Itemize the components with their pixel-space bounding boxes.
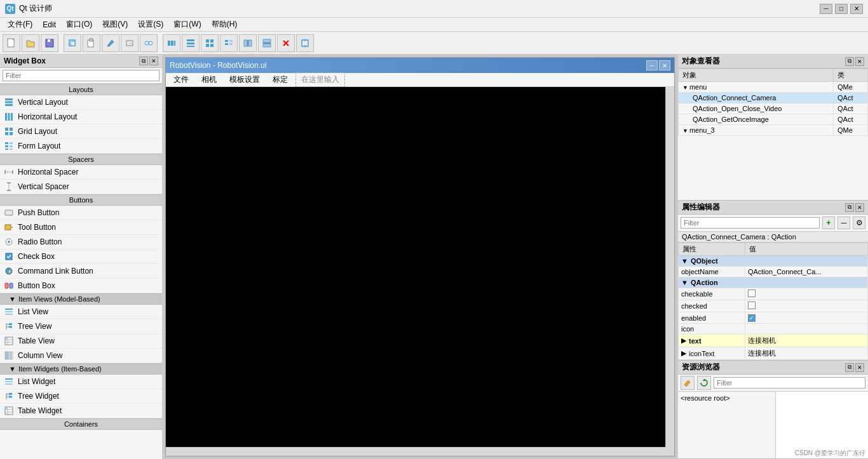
toolbar-new[interactable] <box>3 34 20 52</box>
widget-item-radio-button[interactable]: Radio Button <box>0 235 162 249</box>
resource-refresh-btn[interactable] <box>697 376 711 390</box>
prop-settings-btn[interactable]: ⚙ <box>853 216 865 229</box>
toolbar-save[interactable] <box>41 34 58 52</box>
table-row[interactable]: QAction_Connect_Camera QAct <box>679 93 868 103</box>
widget-item-h-spacer[interactable]: Horizontal Spacer <box>0 165 162 180</box>
menu-window[interactable]: 窗口(O) <box>61 18 97 31</box>
menu-window2[interactable]: 窗口(W) <box>168 18 206 31</box>
maximize-button[interactable]: □ <box>835 4 848 14</box>
table-row[interactable]: ▼menu_3 QMe <box>679 125 868 136</box>
resource-detach[interactable]: ⧉ <box>845 363 854 372</box>
design-vscroll[interactable] <box>665 87 674 447</box>
widget-item-column-view[interactable]: Column View <box>0 349 162 363</box>
button-box-icon <box>4 281 14 291</box>
toolbar-layout-grid[interactable] <box>201 34 219 52</box>
design-hscroll[interactable] <box>166 447 665 456</box>
menu-help[interactable]: 帮助(H) <box>207 18 243 31</box>
prop-value[interactable] <box>745 300 867 312</box>
design-menu-file[interactable]: 文件 <box>168 73 194 86</box>
widget-item-tree-widget[interactable]: Tree Widget <box>0 389 162 404</box>
table-row[interactable]: ▶text 连接相机 <box>679 335 868 347</box>
checkbox-checkable[interactable] <box>748 289 756 297</box>
prop-value[interactable]: 连接相机 <box>745 347 867 360</box>
widget-item-tool-button[interactable]: Tool Button <box>0 220 162 235</box>
prop-value[interactable]: 连接相机 <box>745 335 867 347</box>
toolbar-copy-form[interactable] <box>64 34 81 52</box>
obj-inspector-close[interactable]: ✕ <box>855 57 864 66</box>
toolbar-edit-tab-order[interactable]: → <box>121 34 139 52</box>
design-menu-template[interactable]: 模板设置 <box>224 73 265 86</box>
table-row[interactable]: ▼menu QMe <box>679 82 868 93</box>
prop-filter-input[interactable] <box>681 217 820 229</box>
table-row[interactable]: enabled <box>679 312 868 324</box>
widget-box-filter[interactable] <box>3 70 159 81</box>
widget-item-form-layout[interactable]: Form Layout <box>0 139 162 154</box>
toolbar-edit-widgets[interactable] <box>102 34 119 52</box>
obj-inspector-detach[interactable]: ⧉ <box>845 57 854 66</box>
toolbar-break-layout[interactable] <box>277 34 295 52</box>
widget-item-list-widget[interactable]: List Widget <box>0 375 162 389</box>
table-row[interactable]: checked <box>679 300 868 312</box>
checkbox-checked[interactable] <box>748 302 756 309</box>
widget-item-tree-view[interactable]: Tree View <box>0 319 162 334</box>
minimize-button[interactable]: ─ <box>820 4 832 14</box>
widget-box-close[interactable]: ✕ <box>149 57 158 65</box>
widget-box-detach[interactable]: ⧉ <box>139 57 148 65</box>
table-row[interactable]: objectName QAction_Connect_Ca... <box>679 267 868 277</box>
widget-item-v-spacer[interactable]: Vertical Spacer <box>0 180 162 194</box>
toolbar-paste-form[interactable] <box>83 34 100 52</box>
widget-item-push-button[interactable]: Push Button <box>0 206 162 220</box>
prop-remove-btn[interactable]: ─ <box>837 216 850 229</box>
widget-item-horizontal-layout[interactable]: Horizontal Layout <box>0 110 162 124</box>
table-row[interactable]: checkable <box>679 288 868 300</box>
widget-item-table-view[interactable]: Table View <box>0 334 162 349</box>
toolbar-layout-v[interactable] <box>182 34 200 52</box>
design-menu-placeholder[interactable]: 在这里输入 <box>295 72 345 87</box>
design-close[interactable]: ✕ <box>659 60 670 70</box>
menu-edit[interactable]: Edit <box>37 19 61 30</box>
close-button[interactable]: ✕ <box>850 4 863 14</box>
widget-item-grid-layout[interactable]: Grid Layout <box>0 124 162 139</box>
resource-close[interactable]: ✕ <box>855 363 864 372</box>
vertical-layout-label: Vertical Layout <box>18 98 68 107</box>
prop-value[interactable] <box>745 324 867 335</box>
design-minimize[interactable]: ─ <box>646 60 658 70</box>
design-canvas[interactable] <box>166 87 665 447</box>
tree-arrow: ▼ <box>682 128 688 134</box>
obj-col-class: 类 <box>834 69 868 82</box>
widget-item-button-box[interactable]: Button Box <box>0 279 162 293</box>
toolbar-layout-h[interactable] <box>163 34 180 52</box>
resource-filter-input[interactable] <box>714 377 865 389</box>
resource-edit-btn[interactable] <box>681 376 695 390</box>
menu-settings[interactable]: 设置(S) <box>133 18 168 31</box>
menu-file[interactable]: 文件(F) <box>3 18 37 31</box>
widget-item-list-view[interactable]: List View <box>0 305 162 319</box>
table-row[interactable]: ▶iconText 连接相机 <box>679 347 868 360</box>
design-menu-camera[interactable]: 相机 <box>196 73 222 86</box>
toolbar-layout-splitter-h[interactable] <box>239 34 257 52</box>
prop-value[interactable]: QAction_Connect_Ca... <box>745 267 867 277</box>
prop-add-btn[interactable]: + <box>822 216 835 229</box>
menu-view[interactable]: 视图(V) <box>97 18 133 31</box>
subcategory-item-widgets[interactable]: ▼ Item Widgets (Item-Based) <box>0 363 162 375</box>
design-menu-calibrate[interactable]: 标定 <box>268 73 293 86</box>
prop-editor-close[interactable]: ✕ <box>855 203 864 212</box>
table-row[interactable]: QAction_Open_Close_Video QAct <box>679 103 868 114</box>
widget-item-table-widget[interactable]: Table Widget <box>0 404 162 418</box>
toolbar-adjust-size[interactable] <box>296 34 314 52</box>
toolbar-layout-form[interactable] <box>220 34 238 52</box>
toolbar-edit-buddies[interactable] <box>140 34 158 52</box>
toolbar-open[interactable] <box>22 34 39 52</box>
table-row[interactable]: icon <box>679 324 868 335</box>
widget-item-check-box[interactable]: Check Box <box>0 249 162 264</box>
subcategory-item-views[interactable]: ▼ Item Views (Model-Based) <box>0 293 162 305</box>
prop-value[interactable] <box>745 288 867 300</box>
expand-arrow: ▶ <box>681 349 686 357</box>
table-row[interactable]: QAction_GetOnceImage QAct <box>679 114 868 125</box>
widget-item-command-link[interactable]: ⚡ Command Link Button <box>0 264 162 279</box>
widget-item-vertical-layout[interactable]: Vertical Layout <box>0 95 162 110</box>
prop-editor-detach[interactable]: ⧉ <box>845 203 854 212</box>
toolbar-layout-splitter-v[interactable] <box>258 34 276 52</box>
checkbox-enabled[interactable] <box>748 314 756 322</box>
prop-value[interactable] <box>745 312 867 324</box>
